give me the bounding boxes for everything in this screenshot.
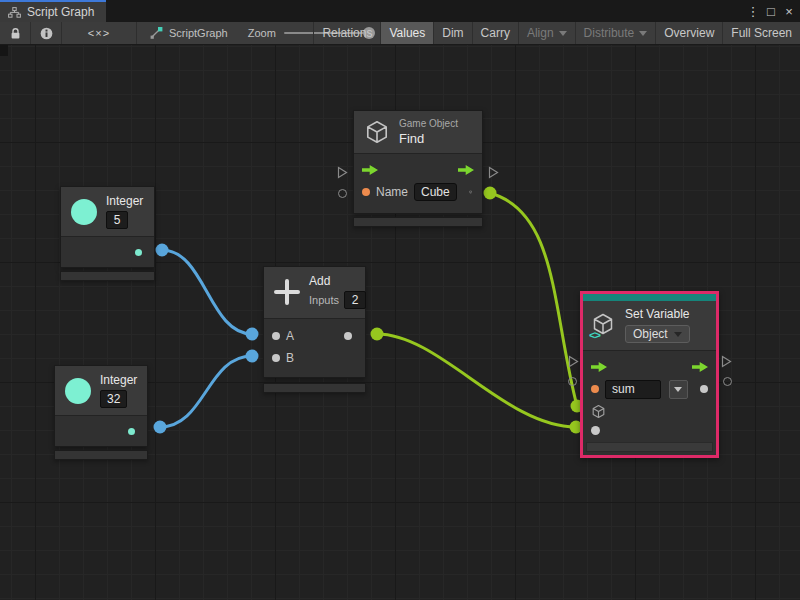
code-brackets-icon: <> [589, 329, 600, 341]
graph-toolbar: <×> ScriptGraph Zoom 1x Relations Values… [0, 22, 800, 45]
tab-script-graph[interactable]: Script Graph [0, 0, 106, 22]
tab-title: Script Graph [27, 5, 94, 19]
toolbar-toggles: Relations Values Dim Carry Align Distrib… [313, 22, 800, 44]
node-title: Add [309, 274, 330, 288]
value-input-port[interactable] [591, 426, 600, 435]
node-title: Integer [106, 194, 143, 208]
node-integer-5[interactable]: Integer 5 [60, 186, 155, 281]
value-input-port-outline[interactable] [568, 377, 577, 386]
inputs-count-field[interactable]: 2 [344, 291, 366, 309]
node-add[interactable]: Add Inputs 2 A B [263, 266, 366, 393]
node-gameobject-find[interactable]: Game Object Find Name Cube [353, 110, 483, 227]
relations-button[interactable]: Relations [313, 22, 380, 44]
integer-value-field[interactable]: 5 [106, 211, 128, 229]
integer-literal-icon [71, 199, 97, 225]
port-label-a: A [286, 329, 294, 343]
flow-output-port[interactable] [692, 362, 708, 372]
object-input-port[interactable] [591, 404, 606, 419]
variable-scope-dropdown[interactable]: Object [625, 325, 690, 343]
flow-output-port-outline[interactable] [488, 165, 499, 183]
overview-button[interactable]: Overview [655, 22, 722, 44]
integer-value-field[interactable]: 32 [100, 390, 127, 408]
info-icon [40, 27, 53, 40]
script-graph-icon [149, 26, 163, 40]
distribute-button[interactable]: Distribute [575, 22, 656, 44]
node-integer-32[interactable]: Integer 32 [54, 365, 148, 460]
node-footer [353, 217, 483, 227]
chevron-down-icon [674, 387, 682, 392]
value-output-port-outline[interactable] [723, 377, 732, 386]
graph-icon [8, 7, 21, 18]
integer-output-port[interactable] [135, 249, 142, 256]
port-label-b: B [286, 351, 294, 365]
tab-bar: Script Graph ⋮ □ × [0, 0, 800, 22]
flow-input-port-outline[interactable] [337, 165, 348, 183]
variable-name-field[interactable]: sum [605, 380, 661, 399]
code-icon: <×> [88, 27, 110, 39]
node-footer [60, 271, 155, 281]
chevron-down-icon [559, 31, 567, 36]
node-footer [263, 383, 366, 393]
add-input-a-port[interactable] [272, 332, 280, 340]
set-variable-icon: <> [591, 312, 617, 338]
add-sum-output-port[interactable] [344, 332, 352, 340]
name-value-field[interactable]: Cube [414, 183, 457, 201]
canvas-corner-notch [0, 45, 8, 56]
integer-literal-icon [65, 378, 91, 404]
zoom-label: Zoom [248, 27, 276, 39]
variable-name-dropdown[interactable] [669, 380, 688, 399]
flow-output-port-outline[interactable] [721, 354, 732, 372]
window-menu-icon[interactable]: ⋮ [744, 4, 762, 19]
values-button[interactable]: Values [380, 22, 433, 44]
graph-name: ScriptGraph [169, 27, 228, 39]
window-controls: ⋮ □ × [744, 0, 798, 22]
gameobject-output-port[interactable] [469, 184, 472, 200]
value-output-port[interactable] [700, 385, 708, 393]
inspect-button[interactable] [31, 22, 62, 44]
close-icon[interactable]: × [780, 4, 798, 19]
variable-name-port[interactable] [591, 385, 599, 393]
chevron-down-icon [639, 31, 647, 36]
variable-accent-strip [583, 294, 716, 301]
name-label: Name [376, 185, 408, 199]
graph-breadcrumb[interactable]: ScriptGraph [149, 22, 228, 44]
lock-button[interactable] [0, 22, 31, 44]
node-category: Game Object [399, 118, 458, 129]
add-icon [274, 279, 300, 305]
chevron-down-icon [674, 332, 682, 337]
node-footer [54, 450, 148, 460]
flow-output-port[interactable] [458, 165, 474, 175]
node-title: Integer [100, 373, 137, 387]
node-set-variable[interactable]: <> Set Variable Object sum [580, 291, 719, 458]
name-input-port[interactable] [362, 188, 370, 196]
gameobject-cube-icon [364, 119, 390, 145]
full-screen-button[interactable]: Full Screen [722, 22, 800, 44]
lock-icon [9, 27, 22, 40]
node-footer [586, 442, 713, 452]
value-input-port-outline[interactable] [338, 189, 347, 198]
align-button[interactable]: Align [518, 22, 575, 44]
carry-button[interactable]: Carry [472, 22, 518, 44]
code-preview-button[interactable]: <×> [62, 22, 137, 44]
flow-input-port-outline[interactable] [568, 354, 579, 372]
flow-input-port[interactable] [591, 362, 607, 372]
flow-input-port[interactable] [362, 165, 378, 175]
node-title: Set Variable [625, 307, 689, 321]
node-title: Find [399, 131, 424, 146]
maximize-icon[interactable]: □ [762, 4, 780, 19]
add-input-b-port[interactable] [272, 354, 280, 362]
integer-output-port[interactable] [128, 428, 135, 435]
inputs-label: Inputs [309, 294, 339, 306]
dim-button[interactable]: Dim [433, 22, 471, 44]
